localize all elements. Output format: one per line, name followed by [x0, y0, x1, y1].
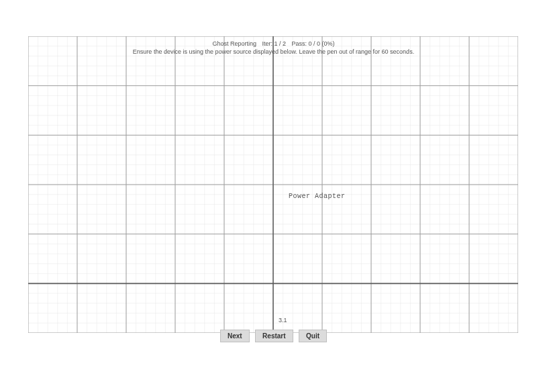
- quit-button[interactable]: Quit: [299, 330, 327, 342]
- grid-canvas: [28, 36, 518, 333]
- app-root: Ghost Reporting Iter: 1 / 2 Pass: 0 / 0 …: [0, 0, 547, 392]
- button-row: Next Restart Quit: [0, 329, 547, 342]
- grid-svg: [28, 36, 518, 333]
- next-button[interactable]: Next: [220, 330, 250, 342]
- restart-button[interactable]: Restart: [255, 330, 293, 342]
